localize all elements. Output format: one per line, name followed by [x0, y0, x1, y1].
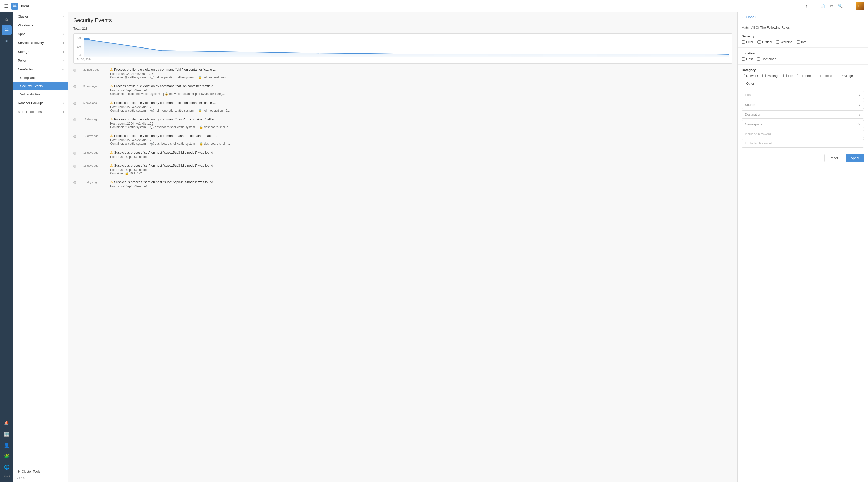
- sidebar-icon-puzzle[interactable]: 🧩: [1, 451, 11, 461]
- reset-button[interactable]: Reset: [824, 154, 843, 162]
- about-label: About: [3, 473, 10, 480]
- sidebar-item-apps[interactable]: Apps ›: [13, 30, 68, 38]
- category-file-checkbox[interactable]: File: [783, 74, 793, 78]
- event-detail-container: Container: ⊞ cattle-system | 💬 dashboard…: [110, 142, 733, 146]
- event-time: 20 hours ago: [83, 68, 106, 79]
- event-detail: Host: ubuntu2204-rke2-k8s-1.26: [110, 105, 733, 109]
- table-row: 13 days ago ⚠ Suspicious process "scp" o…: [79, 180, 733, 188]
- sidebar-item-neuvector[interactable]: NeuVector ∨: [13, 65, 68, 73]
- category-other-checkbox[interactable]: Other: [742, 82, 754, 85]
- category-title: Category: [742, 68, 864, 72]
- sidebar-item-more-resources[interactable]: More Resources ›: [13, 107, 68, 116]
- menu-icon[interactable]: ☰: [4, 3, 8, 9]
- apply-button[interactable]: Apply: [846, 154, 864, 162]
- sidebar-item-label: Storage: [18, 50, 29, 54]
- sidebar-item-storage[interactable]: Storage ›: [13, 47, 68, 56]
- sidebar-subitem-compliance[interactable]: Compliance: [13, 73, 68, 82]
- category-file-input[interactable]: [783, 74, 786, 78]
- timeline-line: [75, 155, 75, 163]
- table-row: 12 days ago ⚠ Process profile rule viola…: [79, 134, 733, 146]
- sidebar-icon-globe[interactable]: 🌐: [1, 462, 11, 472]
- upload-icon[interactable]: ↑: [805, 3, 809, 9]
- location-title: Location: [742, 51, 864, 55]
- sidebar-icon-sailboat[interactable]: ⛵: [1, 418, 11, 428]
- sidebar-item-workloads[interactable]: Workloads ›: [13, 21, 68, 30]
- warning-icon: ⚠: [110, 117, 113, 121]
- chevron-right-icon: ›: [755, 15, 756, 19]
- event-time: 12 days ago: [83, 117, 106, 129]
- category-tunnel-checkbox[interactable]: Tunnel: [797, 74, 811, 78]
- event-detail-container: Container: ⊞ cattle-neuvector-system | 🔒…: [110, 92, 733, 96]
- category-process-input[interactable]: [816, 74, 819, 78]
- terminal-icon[interactable]: ⌐: [812, 3, 816, 9]
- included-keyword-input[interactable]: [742, 130, 864, 138]
- severity-critical-input[interactable]: [757, 40, 761, 44]
- location-host-checkbox[interactable]: Host: [742, 57, 753, 61]
- avatar[interactable]: TT: [856, 2, 864, 10]
- severity-info-input[interactable]: [797, 40, 800, 44]
- severity-warning-input[interactable]: [776, 40, 779, 44]
- sidebar-icon-user[interactable]: 👤: [1, 440, 11, 450]
- sidebar-item-service-discovery[interactable]: Service Discovery ›: [13, 38, 68, 47]
- sidebar-item-cluster[interactable]: Cluster ›: [13, 12, 68, 21]
- category-other-input[interactable]: [742, 82, 745, 85]
- location-host-input[interactable]: [742, 57, 745, 61]
- severity-error-input[interactable]: [742, 40, 745, 44]
- severity-error-checkbox[interactable]: Error: [742, 40, 753, 44]
- sidebar-icon-c1[interactable]: C1: [1, 36, 11, 46]
- timeline-dot: [73, 85, 76, 88]
- filter-close-button[interactable]: ← Close ›: [738, 12, 868, 22]
- sidebar-icon-building[interactable]: 🏢: [1, 429, 11, 439]
- category-package-input[interactable]: [762, 74, 766, 78]
- sidebar-icon-neuvector[interactable]: [1, 25, 11, 35]
- sidebar-item-label: Apps: [18, 32, 25, 36]
- location-container-input[interactable]: [757, 57, 760, 61]
- chart-date-label: Jul 30, 2024: [76, 58, 729, 61]
- cluster-tools-button[interactable]: ⚙ Cluster Tools: [13, 467, 68, 476]
- warning-icon: ⚠: [110, 180, 113, 184]
- table-row: 5 days ago ⚠ Process profile rule violat…: [79, 101, 733, 112]
- sidebar-item-policy[interactable]: Policy ›: [13, 56, 68, 65]
- event-detail: Host: suse15sp3-k3s-node1: [110, 155, 733, 158]
- file-icon[interactable]: 📄: [819, 2, 826, 9]
- severity-critical-checkbox[interactable]: Critical: [757, 40, 772, 44]
- filter-severity-section: Severity Error Critical Warning: [738, 32, 868, 47]
- timeline-dot: [73, 164, 76, 168]
- severity-warning-checkbox[interactable]: Warning: [776, 40, 793, 44]
- more-icon[interactable]: ⋮: [847, 2, 853, 9]
- namespace-dropdown[interactable]: Namespace ∨: [742, 120, 864, 128]
- timeline-dot: [73, 102, 76, 105]
- category-network-checkbox[interactable]: Network: [742, 74, 758, 78]
- sidebar-icon-home[interactable]: ⌂: [1, 14, 11, 24]
- category-network-input[interactable]: [742, 74, 745, 78]
- table-row: 3 days ago ⚠ Process profile rule violat…: [79, 84, 733, 96]
- location-container-checkbox[interactable]: Container: [757, 57, 776, 61]
- filter-location-section: Location Host Container: [738, 49, 868, 63]
- location-options: Host Container: [742, 57, 864, 61]
- category-tunnel-input[interactable]: [797, 74, 800, 78]
- event-content: ⚠ Process profile rule violation by comm…: [110, 84, 733, 96]
- warning-icon: ⚠: [110, 151, 113, 154]
- timeline-line: [75, 105, 75, 117]
- copy-icon[interactable]: ⧉: [829, 3, 834, 9]
- excluded-keyword-input[interactable]: [742, 139, 864, 148]
- severity-info-checkbox[interactable]: Info: [797, 40, 807, 44]
- chevron-right-icon: ›: [63, 59, 64, 62]
- host-dropdown[interactable]: Host ∨: [742, 91, 864, 99]
- timeline-dot: [73, 69, 76, 71]
- category-package-checkbox[interactable]: Package: [762, 74, 780, 78]
- close-icon: ←: [742, 15, 745, 19]
- category-privilege-checkbox[interactable]: Privilege: [836, 74, 853, 78]
- destination-dropdown[interactable]: Destination ∨: [742, 110, 864, 119]
- chevron-right-icon: ›: [63, 41, 64, 45]
- search-icon[interactable]: 🔍: [837, 2, 844, 9]
- page-title: Security Events: [73, 17, 733, 24]
- event-title: ⚠ Suspicious process "scp" on host "suse…: [110, 180, 733, 184]
- sidebar-subitem-vulnerabilities[interactable]: Vulnerabilities: [13, 90, 68, 98]
- source-dropdown[interactable]: Source ∨: [742, 100, 864, 109]
- severity-options: Error Critical Warning Info: [742, 40, 864, 44]
- sidebar-subitem-security-events[interactable]: Security Events: [13, 82, 68, 90]
- category-privilege-input[interactable]: [836, 74, 839, 78]
- sidebar-item-rancher-backups[interactable]: Rancher Backups ›: [13, 98, 68, 107]
- category-process-checkbox[interactable]: Process: [816, 74, 832, 78]
